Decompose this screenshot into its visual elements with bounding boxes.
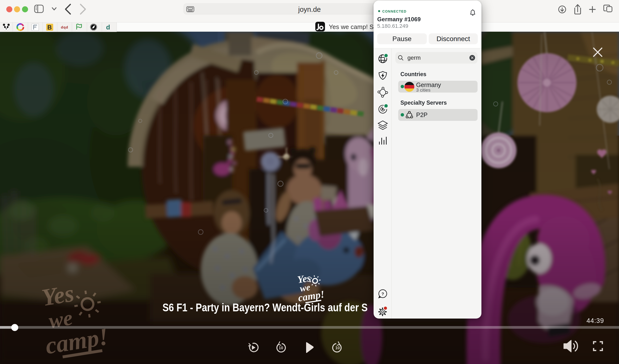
svg-text:?: ? bbox=[381, 292, 384, 296]
svg-text:B: B bbox=[47, 24, 52, 31]
svg-text:d: d bbox=[106, 24, 110, 31]
svg-text:dqd: dqd bbox=[61, 25, 69, 29]
svg-text:10: 10 bbox=[279, 346, 283, 350]
svg-text:10: 10 bbox=[335, 346, 340, 350]
